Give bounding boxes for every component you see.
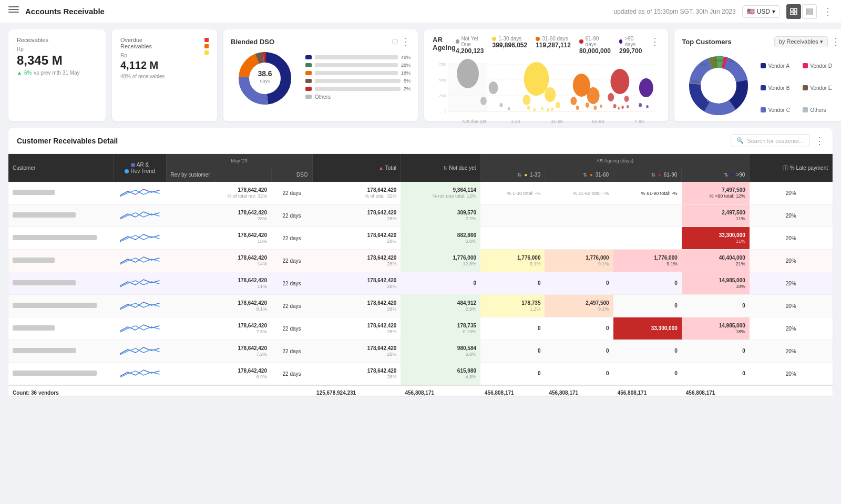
grid-view-button[interactable] [786,4,801,19]
svg-point-26 [480,97,487,105]
legend-value-gt90: 299,700 [619,47,642,55]
overdue-bar-yellow [204,50,209,55]
vendor-b-label: Vendor B [768,85,789,91]
td-61-90: 33,300,000 [613,317,682,340]
td-gt90: 40,404,000 21% [682,250,750,272]
td-total: 178,642,420 28% [312,340,401,363]
td-total: 178,642,420 28% [312,272,401,295]
svg-text:48%: 48% [728,81,735,85]
svg-text:3.6%: 3.6% [714,59,723,63]
td-not-due: 178,735 0.19% [401,317,480,340]
late-payment-info-icon[interactable]: ⓘ [783,164,788,171]
last-updated: updated as of 15:30pm SGT, 30th Jun 2023 [613,8,735,15]
svg-point-48 [613,104,617,108]
svg-text:250K: 250K [439,94,446,98]
svg-point-24 [457,59,479,88]
td-gt90: 14,985,000 18% [682,272,750,295]
detail-header: Customer Receivables Detail 🔍 Search for… [8,128,833,154]
svg-point-40 [570,97,577,105]
td-31-60 [545,204,613,227]
others-label: Others [315,94,331,100]
svg-point-30 [545,87,556,102]
vendor-e-label: Vendor E [810,85,832,91]
more-options-icon[interactable]: ⋮ [823,6,833,17]
table-footer: Count: 36 vendors 125,678,924,231 456,80… [8,385,833,396]
svg-point-49 [621,106,623,109]
others-label: Others [810,107,826,113]
up-arrow-icon: ▲ [17,70,22,76]
top-customers-card: Top Customers by Receivables ▾ ⋮ [674,29,841,121]
svg-point-35 [534,108,536,111]
header-left: Accounts Receivable [8,6,105,17]
legend-text-blurred-2 [315,63,398,67]
td-1-30: 0 [480,317,545,340]
svg-point-31 [522,95,530,105]
overdue-sub: 48% of receivables [120,74,199,79]
table-body: 178,642,420 % of total rev: 32% 22 days … [8,182,833,385]
blended-legend-item: 2% [305,86,411,91]
ar-more-icon[interactable]: ⋮ [650,36,660,47]
legend-dot-purple [619,39,622,44]
td-61-90: 0 [613,295,682,317]
detail-more-icon[interactable]: ⋮ [815,135,824,147]
x-label-1-30: 1-30 [495,119,536,124]
td-dso: 22 days [271,227,312,250]
td-31-60: 0 [545,363,613,386]
th-late-payment: ⓘ % Late payment [750,154,833,182]
vendor-b-color [761,85,766,90]
currency-selector[interactable]: 🇺🇸 USD ▾ [742,5,780,18]
top-customers-more-icon[interactable]: ⋮ [831,36,840,47]
top-row: Receivables Rp 8,345 M ▲ 6% vs prev mth … [8,29,833,121]
main-content: Receivables Rp 8,345 M ▲ 6% vs prev mth … [0,23,841,402]
legend-value-31-60: 119,287,112 [536,42,571,49]
th-customer: Customer [8,154,114,182]
table-header-row-1: Customer AR & Rev Trend May '23 [8,154,833,168]
top-customers-filter[interactable]: by Receivables ▾ [774,36,828,47]
ar-ageing-header: AR Ageing Not Yet Due 4,200,123 1-30 day… [433,36,660,55]
list-view-button[interactable] [802,4,817,19]
td-31-60: 1,776,000 9.1% [545,250,613,272]
vendor-a-color [761,63,766,68]
td-dso: 22 days [271,272,312,295]
td-31-60: % 31-60 total: -% [545,182,613,204]
search-box[interactable]: 🔍 Search for customer... [731,134,809,147]
td-31-60: 2,497,500 9.1% [545,295,613,317]
td-1-30: 1,776,000 9.1% [480,250,545,272]
td-late-payment: 20% [750,250,833,272]
td-total: 178,642,420 28% [312,250,401,272]
td-customer-name [8,250,114,272]
td-not-due: 309,570 2.2% [401,204,480,227]
svg-text:0: 0 [445,109,446,114]
td-gt90: 2,497,500 11% [682,204,750,227]
th-total: ▲Total [312,154,401,182]
menu-icon[interactable] [8,6,19,17]
vendor-e-color [803,85,808,90]
legend-value-1-30: 399,896,052 [492,42,527,49]
svg-text:500K: 500K [439,78,446,82]
blended-dso-title: Blended DSO [231,38,274,46]
svg-text:days: days [260,78,270,84]
top-customers-donut: 48% 28% 18% 5% 3.6% 2% [682,52,755,120]
td-late-payment: 20% [750,182,833,204]
td-rev: 178,642,420 28% [166,204,271,227]
info-icon[interactable]: ⓘ [392,38,398,46]
td-sparkline [114,340,166,363]
svg-rect-5 [806,11,813,12]
td-rev: 178,642,420 11% [166,272,271,295]
td-total: 178,642,420 28% [312,204,401,227]
detail-actions: 🔍 Search for customer... ⋮ [731,134,824,147]
footer-late [750,385,833,396]
svg-point-33 [527,106,530,110]
th-31-60: ⇅ ● 31-60 [545,168,613,182]
td-customer-name [8,227,114,250]
overdue-bar-red [204,38,209,42]
legend-entry-vendor-e: Vendor E [803,78,840,98]
td-rev: 178,642,420 18% [166,227,271,250]
x-label-61-90: 61-90 [577,119,618,124]
vendor-c-label: Vendor C [768,107,790,113]
overdue-label: OverdueReceivables [120,37,199,49]
td-1-30: 178,735 1.2% [480,295,545,317]
blended-more-icon[interactable]: ⋮ [401,36,411,47]
td-total: 178,642,420 28% [312,227,401,250]
legend-color-1 [305,55,312,59]
